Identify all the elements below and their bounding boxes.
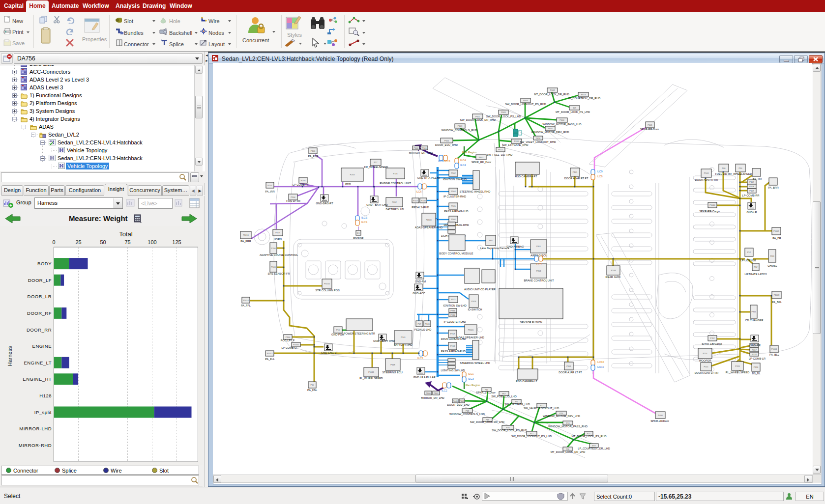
svg-text:P6: P6: [515, 400, 518, 403]
svg-text:P1012: P1012: [267, 352, 273, 355]
svg-text:P440: P440: [453, 400, 458, 402]
svg-text:WINDOW_CONTROLS_LHD: WINDOW_CONTROLS_LHD: [449, 413, 485, 416]
svg-text:P904: P904: [451, 190, 456, 193]
svg-text:P101: P101: [573, 171, 578, 173]
svg-text:LP-LICENSE: LP-LICENSE: [740, 259, 756, 262]
svg-text:LIFTGATE LATCH: LIFTGATE LATCH: [744, 273, 766, 276]
svg-text:P10: P10: [310, 384, 314, 386]
svg-text:P1008: P1008: [774, 294, 780, 296]
svg-text:BATTERY-LHD: BATTERY-LHD: [385, 208, 404, 211]
svg-text:P10: P10: [336, 329, 340, 331]
svg-text:P115: P115: [704, 365, 708, 368]
svg-text:STEERING ECU: STEERING ECU: [382, 371, 402, 374]
svg-text:P07: P07: [417, 323, 421, 325]
svg-text:P21: P21: [587, 432, 591, 435]
svg-text:SENSOR FUSION: SENSOR FUSION: [520, 321, 542, 324]
svg-text:DOOR_RF: DOOR_RF: [27, 310, 52, 316]
svg-text:P102: P102: [566, 365, 571, 367]
svg-text:P204: P204: [291, 196, 295, 198]
svg-text:P108: P108: [421, 199, 426, 202]
svg-text:SW_DOOR_LOCKOUT_PS_RHD: SW_DOOR_LOCKOUT_PS_RHD: [505, 103, 546, 106]
svg-text:P77: P77: [592, 445, 596, 447]
svg-text:P602: P602: [479, 156, 484, 159]
svg-text:Flex Region: Flex Region: [466, 384, 480, 387]
svg-text:MIRROR-RHD: MIRROR-RHD: [19, 443, 52, 448]
svg-text:STR COLUMN POS: STR COLUMN POS: [315, 289, 340, 292]
svg-text:P318: P318: [752, 353, 757, 356]
svg-text:SPKR-LRrDoor: SPKR-LRrDoor: [650, 420, 669, 422]
svg-text:ENGINE: ENGINE: [353, 237, 363, 240]
svg-text:P609: P609: [501, 111, 506, 113]
svg-text:GND-PSM: GND-PSM: [331, 333, 344, 336]
svg-text:0: 0: [52, 239, 55, 245]
svg-text:75: 75: [124, 239, 130, 245]
svg-text:PA_BRR: PA_BRR: [768, 186, 779, 189]
svg-text:SW_DOOR_LOCKOUT_PS_LHD: SW_DOOR_LOCKOUT_PS_LHD: [511, 435, 552, 438]
svg-text:LP COMB-LF: LP COMB-LF: [282, 346, 298, 349]
svg-text:GND-ACC: GND-ACC: [412, 292, 425, 295]
svg-text:Harness: Harness: [7, 346, 13, 366]
svg-text:SW_DOOR_LOCK_PS_RHD: SW_DOOR_LOCK_PS_RHD: [492, 429, 527, 432]
svg-text:P74: P74: [566, 422, 570, 424]
svg-text:P109: P109: [749, 190, 754, 192]
svg-text:RL_WHEELSPEED: RL_WHEELSPEED: [726, 371, 749, 374]
svg-text:P319: P319: [735, 365, 740, 367]
svg-text:FOG LP-RF: FOG LP-RF: [286, 199, 301, 202]
svg-text:FOG LP-LF: FOG LP-LF: [281, 339, 295, 342]
svg-text:P112: P112: [710, 337, 715, 339]
svg-text:DOOR_LR: DOOR_LR: [28, 294, 52, 299]
svg-text:P1016: P1016: [243, 234, 249, 236]
svg-text:PASS AIRBAG-RHD: PASS AIRBAG-RHD: [441, 350, 466, 353]
svg-text:ENGINE_LT: ENGINE_LT: [24, 360, 52, 365]
svg-text:POWER STEERING MTR: POWER STEERING MTR: [344, 332, 375, 335]
svg-text:Lane Departure Camera: Lane Departure Camera: [480, 247, 509, 250]
svg-text:P108: P108: [611, 269, 616, 272]
svg-text:IGNITION SW-LHD: IGNITION SW-LHD: [443, 304, 467, 307]
svg-text:LP-COMB-RR: LP-COMB-RR: [742, 194, 760, 197]
svg-text:H128: H128: [39, 393, 52, 398]
svg-text:RSD CAMERA LT: RSD CAMERA LT: [516, 380, 538, 383]
svg-text:ILC10: ILC10: [597, 361, 604, 364]
svg-text:P612: P612: [498, 148, 503, 151]
svg-text:GND-AIRBAG: GND-AIRBAG: [507, 245, 524, 248]
svg-text:P611: P611: [475, 115, 480, 118]
svg-text:P76: P76: [566, 448, 570, 450]
svg-text:P10: P10: [738, 167, 742, 169]
svg-text:P706: P706: [271, 247, 276, 250]
svg-text:P72: P72: [530, 432, 534, 435]
svg-text:LP_COURTESY_DR_LHD: LP_COURTESY_DR_LHD: [578, 447, 610, 450]
svg-text:MIRROR-LHD: MIRROR-LHD: [19, 426, 52, 431]
svg-text:P400: P400: [658, 414, 663, 417]
svg-text:SW_LIFTGATE_LHD: SW_LIFTGATE_LHD: [504, 403, 530, 406]
svg-text:WINDOW_CONTROLS_RHD: WINDOW_CONTROLS_RHD: [442, 129, 477, 132]
svg-text:P12: P12: [747, 251, 751, 253]
svg-text:ILC4: ILC4: [460, 159, 466, 162]
svg-text:P60: P60: [489, 239, 493, 242]
svg-text:SPKR_RF_Door: SPKR_RF_Door: [471, 161, 492, 164]
svg-text:CHMSL: CHMSL: [767, 264, 777, 267]
svg-text:ILCS: ILCS: [361, 216, 368, 219]
svg-text:ILC1: ILC1: [468, 372, 474, 375]
svg-text:P401: P401: [648, 124, 652, 126]
svg-text:50: 50: [100, 239, 106, 245]
svg-text:P107: P107: [275, 231, 280, 234]
svg-text:P108: P108: [749, 185, 754, 188]
svg-text:FL_WHEELSPEED: FL_WHEELSPEED: [359, 377, 383, 380]
svg-text:P116: P116: [393, 172, 398, 175]
svg-text:P610: P610: [514, 140, 519, 142]
svg-text:P603: P603: [458, 125, 463, 127]
svg-text:607: 607: [573, 107, 576, 109]
svg-text:IP CLUSTER-RHD: IP CLUSTER-RHD: [443, 195, 466, 198]
svg-text:LP_COURTESY_DR_RHD: LP_COURTESY_DR_RHD: [568, 97, 600, 100]
svg-text:WOOFER: WOOFER: [699, 359, 711, 362]
svg-text:P601: P601: [444, 140, 449, 142]
svg-text:PASS AIRBAG-LHD: PASS AIRBAG-LHD: [444, 210, 468, 213]
svg-text:DOOR_ECU_LHD: DOOR_ECU_LHD: [447, 403, 469, 406]
svg-text:P919: P919: [471, 300, 476, 303]
svg-text:LP COMB-RF: LP COMB-RF: [293, 183, 309, 186]
svg-text:P111: P111: [770, 255, 775, 257]
svg-text:P70: P70: [560, 412, 563, 415]
svg-text:SPKR_LF_Door: SPKR_LF_Door: [476, 391, 496, 394]
svg-text:PA_BR: PA_BR: [772, 237, 781, 240]
svg-text:P605: P605: [548, 127, 553, 130]
